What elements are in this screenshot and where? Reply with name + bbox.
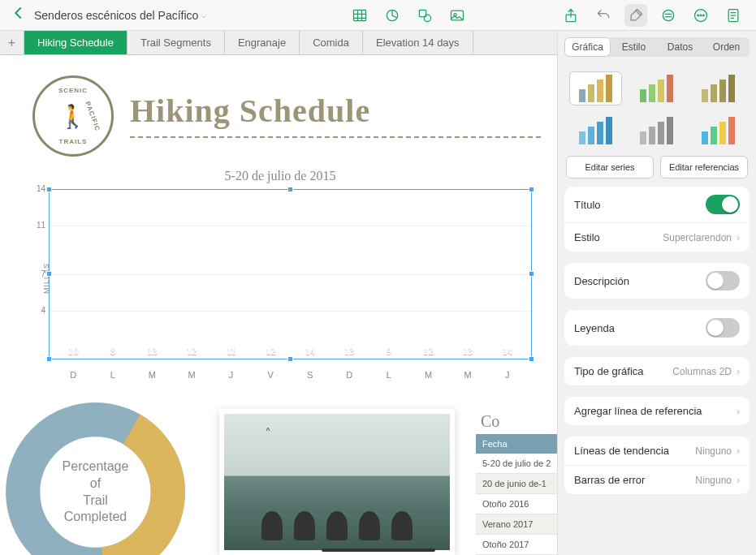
chevron-down-icon: ⌵	[201, 11, 206, 19]
bird-icon: ˄	[265, 426, 271, 441]
chevron-right-icon: ›	[737, 445, 740, 457]
tab-engranaje[interactable]: Engranaje	[225, 31, 300, 54]
hiker-icon: 🚶	[58, 103, 88, 130]
more-icon[interactable]	[689, 4, 712, 27]
chevron-right-icon: ›	[737, 232, 740, 243]
svg-point-10	[700, 15, 702, 16]
panel-tab-orden[interactable]: Orden	[703, 37, 750, 57]
row-refline[interactable]: Agregar línea de referencia›	[564, 397, 750, 425]
home-indicator	[322, 549, 435, 552]
selection-frame	[49, 189, 532, 359]
insert-table-icon[interactable]	[348, 4, 371, 27]
tab-trail-segments[interactable]: Trail Segments	[127, 31, 225, 54]
canvas[interactable]: SCENIC PACIFIC 🚶 TRAILS Hiking Schedule …	[0, 55, 557, 555]
edit-series-button[interactable]: Editar series	[566, 156, 654, 179]
table-row[interactable]: Otoño 2017	[476, 535, 557, 555]
format-panel: Gráfica Estilo Datos Orden Editar series…	[557, 31, 756, 555]
table-title: Co	[476, 409, 557, 434]
chart-style-5[interactable]	[630, 114, 683, 148]
logo-badge: SCENIC PACIFIC 🚶 TRAILS	[32, 75, 114, 157]
tab-hiking-schedule[interactable]: Hiking Schedule	[24, 31, 127, 54]
format-brush-icon[interactable]	[624, 4, 647, 27]
logo-top-text: SCENIC	[58, 87, 88, 94]
table-row[interactable]: 20 de junio de-1	[476, 474, 557, 494]
row-estilo[interactable]: EstiloSuperclarendon›	[564, 223, 750, 252]
chevron-right-icon: ›	[737, 475, 740, 486]
add-sheet-button[interactable]: +	[0, 31, 24, 54]
row-leyenda[interactable]: Leyenda	[564, 310, 750, 346]
chevron-right-icon: ›	[737, 366, 740, 377]
document-title-text: Senderos escénicos del Pacífico	[34, 9, 198, 22]
row-error[interactable]: Barras de errorNinguno›	[564, 466, 750, 494]
row-tipo[interactable]: Tipo de gráficaColumnas 2D›	[564, 357, 750, 385]
tab-comida[interactable]: Comida	[300, 31, 363, 54]
toggle-descripcion[interactable]	[706, 271, 740, 290]
insert-shape-icon[interactable]	[413, 4, 436, 27]
logo-bottom-text: TRAILS	[59, 138, 88, 145]
back-button[interactable]	[6, 6, 31, 24]
inspector-icon[interactable]	[722, 4, 745, 27]
panel-tabs: Gráfica Estilo Datos Orden	[564, 37, 750, 57]
table-header: Fecha	[476, 434, 557, 454]
bar-chart[interactable]: 5-20 de julio de 2015 MILLAS 47111410813…	[28, 169, 532, 380]
photo[interactable]: ˄	[219, 409, 455, 555]
tab-elevation[interactable]: Elevation 14 days	[363, 31, 473, 54]
table-row[interactable]: Verano 2017	[476, 514, 557, 535]
svg-point-11	[703, 15, 705, 16]
table-row[interactable]: 5-20 de julio de 2	[476, 454, 557, 474]
insert-media-icon[interactable]	[446, 4, 469, 27]
chart-style-6[interactable]	[692, 114, 745, 148]
chart-style-2[interactable]	[630, 71, 683, 105]
chart-title: 5-20 de julio de 2015	[28, 169, 532, 183]
chart-style-grid	[558, 63, 756, 156]
edit-refs-button[interactable]: Editar referencias	[660, 156, 748, 179]
dates-table[interactable]: Co Fecha 5-20 de julio de 220 de junio d…	[476, 409, 557, 555]
svg-point-7	[663, 10, 673, 20]
organize-icon[interactable]	[657, 4, 680, 27]
panel-tab-grafica[interactable]: Gráfica	[564, 37, 611, 57]
row-trend[interactable]: Líneas de tendenciaNinguno›	[564, 437, 750, 466]
page-title: Hiking Schedule	[130, 92, 370, 130]
svg-point-9	[698, 15, 699, 16]
chart-style-3[interactable]	[692, 71, 745, 105]
donut-chart[interactable]: PercentageofTrailCompleted	[0, 397, 191, 555]
insert-chart-icon[interactable]	[381, 4, 404, 27]
chart-style-4[interactable]	[569, 114, 622, 148]
panel-tab-datos[interactable]: Datos	[657, 37, 703, 57]
toggle-titulo[interactable]	[706, 195, 740, 214]
svg-rect-0	[354, 10, 366, 20]
chart-style-1[interactable]	[569, 71, 622, 105]
table-row[interactable]: Otoño 2016	[476, 494, 557, 514]
titlebar: Senderos escénicos del Pacífico ⌵	[0, 0, 756, 31]
divider	[130, 136, 541, 138]
row-titulo[interactable]: Título	[564, 187, 750, 223]
svg-point-3	[424, 15, 430, 21]
share-icon[interactable]	[559, 4, 582, 27]
undo-icon[interactable]	[592, 4, 615, 27]
donut-label: PercentageofTrailCompleted	[0, 397, 191, 555]
chevron-right-icon: ›	[737, 406, 740, 417]
row-descripcion[interactable]: Descripción	[564, 263, 750, 299]
toggle-leyenda[interactable]	[706, 318, 740, 338]
document-title[interactable]: Senderos escénicos del Pacífico ⌵	[34, 9, 206, 22]
panel-tab-estilo[interactable]: Estilo	[611, 37, 657, 57]
